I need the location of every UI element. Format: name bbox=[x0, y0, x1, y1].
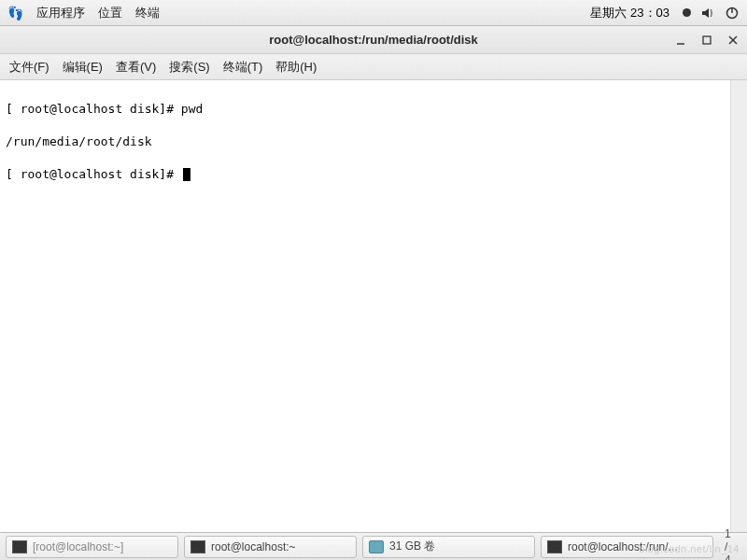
terminal-line: [ root@localhost disk]# pwd bbox=[6, 101, 725, 118]
taskbar-item-label: root@localhost:/run/... bbox=[568, 540, 678, 553]
terminal-icon bbox=[547, 540, 562, 553]
taskbar: [root@localhost:~] root@localhost:~ 31 G… bbox=[0, 532, 747, 560]
terminal-line: /run/media/root/disk bbox=[6, 133, 725, 150]
taskbar-item-terminal-3[interactable]: root@localhost:/run/... bbox=[541, 536, 713, 558]
terminal-icon bbox=[12, 540, 27, 553]
taskbar-item-drive[interactable]: 31 GB 卷 bbox=[362, 536, 535, 558]
gnome-logo-icon: 👣 bbox=[7, 6, 23, 21]
menu-file[interactable]: 文件(F) bbox=[9, 59, 49, 76]
command-text: pwd bbox=[181, 102, 203, 116]
menu-help[interactable]: 帮助(H) bbox=[275, 59, 317, 76]
svg-rect-3 bbox=[703, 36, 711, 44]
panel-menu-places[interactable]: 位置 bbox=[98, 5, 122, 21]
panel-menu-terminal[interactable]: 终端 bbox=[135, 5, 160, 21]
prompt: [ root@localhost disk]# bbox=[6, 102, 181, 116]
menu-edit[interactable]: 编辑(E) bbox=[63, 59, 103, 76]
terminal-line: [ root@localhost disk]# bbox=[6, 166, 725, 183]
window-maximize-button[interactable] bbox=[700, 34, 713, 47]
terminal-output[interactable]: [ root@localhost disk]# pwd /run/media/r… bbox=[0, 80, 747, 532]
volume-icon[interactable] bbox=[700, 6, 715, 21]
window-close-button[interactable] bbox=[726, 34, 740, 47]
drive-icon bbox=[369, 540, 384, 553]
taskbar-item-label: root@localhost:~ bbox=[211, 540, 296, 553]
menu-bar: 文件(F) 编辑(E) 查看(V) 搜索(S) 终端(T) 帮助(H) bbox=[0, 54, 747, 80]
taskbar-item-label: [root@localhost:~] bbox=[33, 540, 123, 553]
clock[interactable]: 星期六 23：03 bbox=[590, 5, 669, 21]
menu-search[interactable]: 搜索(S) bbox=[169, 59, 209, 76]
window-titlebar: root@localhost:/run/media/root/disk bbox=[0, 26, 747, 54]
terminal-icon bbox=[190, 540, 205, 553]
menu-view[interactable]: 查看(V) bbox=[116, 59, 156, 76]
prompt: [ root@localhost disk]# bbox=[6, 167, 181, 181]
window-title: root@localhost:/run/media/root/disk bbox=[0, 33, 747, 47]
taskbar-item-terminal-2[interactable]: root@localhost:~ bbox=[184, 536, 357, 558]
terminal-scrollbar[interactable] bbox=[730, 80, 747, 532]
taskbar-item-label: 31 GB 卷 bbox=[389, 539, 435, 554]
menu-terminal[interactable]: 终端(T) bbox=[223, 59, 263, 76]
panel-menu-applications[interactable]: 应用程序 bbox=[36, 5, 85, 21]
workspace-indicator[interactable]: 1 / 4 bbox=[719, 527, 741, 561]
window-minimize-button[interactable] bbox=[674, 34, 687, 47]
top-panel: 👣 应用程序 位置 终端 星期六 23：03 bbox=[0, 0, 747, 26]
clock-dot-icon bbox=[683, 8, 691, 17]
power-icon[interactable] bbox=[725, 6, 740, 21]
cursor-icon bbox=[183, 168, 190, 181]
taskbar-item-terminal-1[interactable]: [root@localhost:~] bbox=[6, 536, 178, 558]
